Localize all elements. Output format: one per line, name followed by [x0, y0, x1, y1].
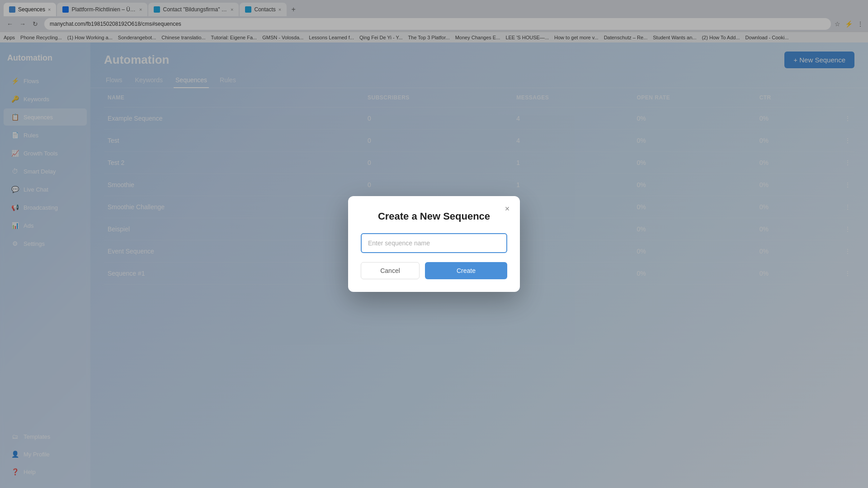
modal-actions: Cancel Create	[361, 262, 507, 279]
modal-title: Create a New Sequence	[361, 211, 507, 222]
modal-close-button[interactable]: ×	[501, 202, 514, 215]
modal-overlay: × Create a New Sequence Cancel Create	[0, 0, 868, 488]
create-button[interactable]: Create	[425, 262, 507, 279]
create-sequence-modal: × Create a New Sequence Cancel Create	[348, 196, 520, 292]
sequence-name-input[interactable]	[361, 233, 507, 253]
cancel-button[interactable]: Cancel	[361, 262, 420, 279]
